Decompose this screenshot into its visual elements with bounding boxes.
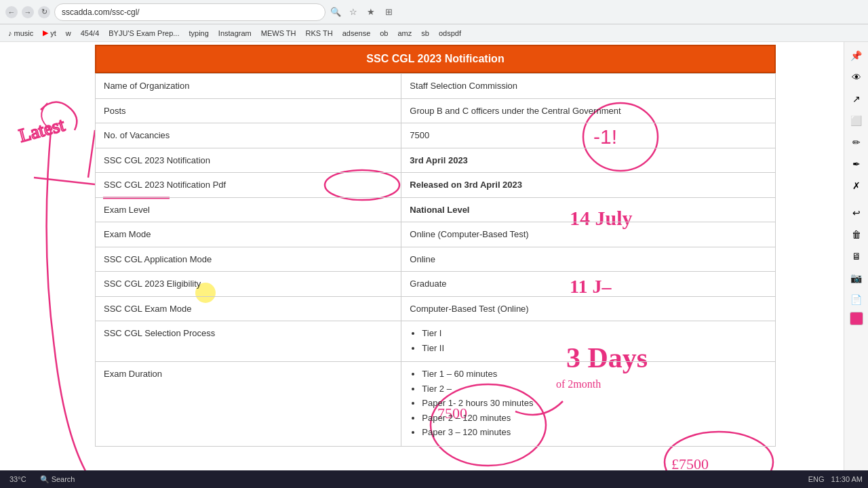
delete-tool-button[interactable]: 🗑	[847, 225, 866, 244]
list-item: Paper 3 – 120 minutes	[422, 426, 767, 439]
color-swatch[interactable]	[850, 312, 863, 325]
row-label: SSC CGL 2023 Notification Pdf	[96, 173, 401, 198]
forward-button[interactable]: →	[22, 6, 34, 18]
row-value: Released on 3rd April 2023	[401, 173, 776, 198]
table-row: Exam Mode Online (Computer-Based Test)	[96, 222, 776, 247]
doc-tool-button[interactable]: 📄	[847, 290, 866, 309]
ssc-header-text: SSC CGL 2023 Notification	[366, 53, 504, 64]
list-item: Tier 1 – 60 minutes	[422, 367, 767, 381]
list-item: Paper 1- 2 hours 30 minutes	[422, 396, 767, 410]
bookmark-byju[interactable]: BYJU'S Exam Prep...	[104, 28, 183, 39]
table-row: Posts Group B and C officers under the C…	[96, 98, 776, 123]
main-area: Latest -1! 14 July 11 J– 3 Days 7500 of …	[0, 42, 868, 470]
svg-text:£7500: £7500	[671, 455, 709, 470]
row-label: No. of Vacancies	[96, 123, 401, 148]
row-value: National Level	[401, 197, 776, 222]
table-row: No. of Vacancies 7500	[96, 123, 776, 148]
bookmark-adsense[interactable]: adsense	[338, 28, 375, 39]
bookmark-454[interactable]: 454/4	[77, 28, 104, 39]
eraser-tool-button[interactable]: ⬜	[847, 111, 866, 130]
svg-line-2	[34, 178, 95, 184]
table-row: Name of Organization Staff Selection Com…	[96, 74, 776, 99]
star-icon[interactable]: ★	[365, 6, 377, 18]
row-label: Exam Mode	[96, 222, 401, 247]
table-row: Exam Level National Level	[96, 197, 776, 222]
pin-tool-button[interactable]: 📌	[847, 46, 866, 65]
row-label: SSC CGL 2023 Eligibility	[96, 272, 401, 297]
highlight-tool-button[interactable]: ✏	[847, 133, 866, 152]
table-row: SSC CGL Exam Mode Computer-Based Test (O…	[96, 296, 776, 321]
row-label: Exam Duration	[96, 362, 401, 447]
screen-tool-button[interactable]: 🖥	[847, 247, 866, 266]
clear-tool-button[interactable]: ✗	[847, 176, 866, 195]
table-row: SSC CGL Application Mode Online	[96, 247, 776, 272]
ssc-header: SSC CGL 2023 Notification	[95, 45, 776, 73]
bookmark-music[interactable]: ♪ music	[4, 28, 37, 39]
taskbar: 33°C 🔍 Search ENG 11:30 AM	[0, 470, 868, 488]
search-icon[interactable]: 🔍	[330, 6, 342, 18]
pen-tool-button[interactable]: ✒	[847, 155, 866, 174]
bookmark-odspdf[interactable]: odspdf	[435, 28, 465, 39]
back-button[interactable]: ←	[5, 6, 18, 18]
arrow-tool-button[interactable]: ↗	[847, 89, 866, 108]
duration-list: Tier 1 – 60 minutes Tier 2 – Paper 1- 2 …	[410, 367, 767, 439]
temperature-display: 33°C	[5, 474, 31, 485]
row-value: Group B and C officers under the Central…	[401, 98, 776, 123]
list-item: Paper 2 – 120 minutes	[422, 411, 767, 425]
row-value: Online (Computer-Based Test)	[401, 222, 776, 247]
lang-display: ENG	[808, 475, 825, 483]
list-item: Tier I	[422, 327, 767, 340]
table-row: SSC CGL 2023 Eligibility Graduate	[96, 272, 776, 297]
row-label: SSC CGL Exam Mode	[96, 296, 401, 321]
grid-icon[interactable]: ⊞	[382, 6, 395, 18]
bookmark-ob[interactable]: ob	[376, 28, 392, 39]
row-value: 7500	[401, 123, 776, 148]
address-bar[interactable]: sscadda.com/ssc-cgl/	[54, 3, 326, 21]
row-value: Online	[401, 247, 776, 272]
bookmark-sb[interactable]: sb	[417, 28, 433, 39]
table-row: SSC CGL 2023 Notification Pdf Released o…	[96, 173, 776, 198]
row-label: SSC CGL 2023 Notification	[96, 148, 401, 173]
camera-tool-button[interactable]: 📷	[847, 268, 866, 287]
row-label: SSC CGL Selection Process	[96, 321, 401, 362]
row-label: Posts	[96, 98, 401, 123]
info-table: Name of Organization Staff Selection Com…	[95, 73, 776, 447]
list-item: Tier 2 –	[422, 382, 767, 396]
taskbar-search[interactable]: 🔍 Search	[36, 474, 79, 485]
row-value: Tier 1 – 60 minutes Tier 2 – Paper 1- 2 …	[401, 362, 776, 447]
time-display: 11:30 AM	[831, 475, 863, 483]
table-row: SSC CGL Selection Process Tier I Tier II	[96, 321, 776, 362]
bookmark-typing[interactable]: typing	[184, 28, 212, 39]
bookmark-amz[interactable]: amz	[394, 28, 416, 39]
row-label: SSC CGL Application Mode	[96, 247, 401, 272]
bookmark-w[interactable]: w	[62, 28, 75, 39]
bookmark-mews[interactable]: MEWS TH	[257, 28, 300, 39]
table-row: SSC CGL 2023 Notification 3rd April 2023	[96, 148, 776, 173]
eye-tool-button[interactable]: 👁	[847, 68, 866, 87]
svg-text:Latest: Latest	[17, 114, 67, 146]
browser-icons: 🔍 ☆ ★ ⊞	[330, 6, 395, 18]
right-sidebar: 📌 👁 ↗ ⬜ ✏ ✒ ✗ ↩ 🗑 🖥 📷 📄	[844, 42, 868, 470]
table-row: Exam Duration Tier 1 – 60 minutes Tier 2…	[96, 362, 776, 447]
row-value: Graduate	[401, 272, 776, 297]
bookmark-rks[interactable]: RKS TH	[302, 28, 337, 39]
selection-list: Tier I Tier II	[410, 327, 767, 354]
list-item: Tier II	[422, 342, 767, 355]
refresh-button[interactable]: ↻	[38, 6, 50, 18]
url-text: sscadda.com/ssc-cgl/	[62, 7, 140, 17]
page-content: Latest -1! 14 July 11 J– 3 Days 7500 of …	[0, 42, 844, 470]
row-value: 3rd April 2023	[401, 148, 776, 173]
bookmarks-bar: ♪ music ▶ yt w 454/4 BYJU'S Exam Prep...…	[0, 24, 868, 42]
row-value: Computer-Based Test (Online)	[401, 296, 776, 321]
table-wrapper: SSC CGL 2023 Notification Name of Organi…	[95, 45, 776, 447]
taskbar-right: ENG 11:30 AM	[808, 475, 863, 483]
undo-tool-button[interactable]: ↩	[847, 203, 866, 222]
row-label: Name of Organization	[96, 74, 401, 99]
bookmark-instagram[interactable]: Instagram	[214, 28, 256, 39]
bookmark-icon[interactable]: ☆	[347, 6, 359, 18]
row-value: Staff Selection Commission	[401, 74, 776, 99]
row-label: Exam Level	[96, 197, 401, 222]
bookmark-yt[interactable]: ▶ yt	[39, 27, 60, 39]
svg-line-1	[88, 130, 95, 178]
row-value: Tier I Tier II	[401, 321, 776, 362]
